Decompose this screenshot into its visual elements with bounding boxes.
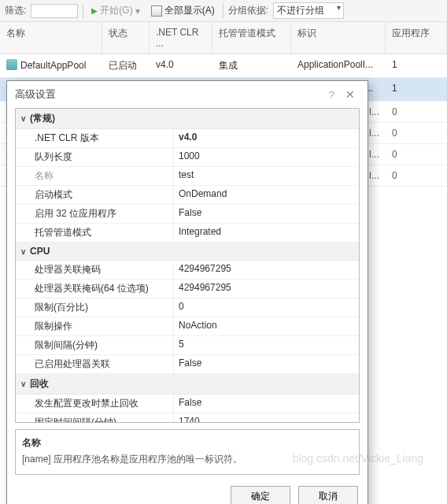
apppool-icon (6, 59, 17, 70)
group-dropdown[interactable]: 不进行分组 (273, 2, 344, 19)
property-row[interactable]: 固定时间间隔(分钟)1740 (16, 413, 359, 423)
property-row[interactable]: 已启用处理器关联False (16, 355, 359, 374)
collapse-icon[interactable]: ∨ (20, 380, 30, 388)
dialog-title: 高级设置 (15, 87, 56, 102)
property-grid[interactable]: ∨(常规).NET CLR 版本v4.0队列长度1000名称test启动模式On… (15, 108, 360, 423)
divider (223, 4, 224, 18)
divider (83, 4, 83, 18)
table-row[interactable]: DefaultAppPool已启动v4.0集成ApplicationPoolI.… (0, 54, 447, 78)
help-icon[interactable]: ? (323, 89, 341, 101)
property-row[interactable]: 限制操作NoAction (16, 317, 359, 336)
help-title: 名称 (22, 436, 353, 450)
cancel-button[interactable]: 取消 (298, 486, 358, 504)
toolbar: 筛选: ▶ 开始(G) ▾ 全部显示(A) 分组依据: 不进行分组 (0, 0, 447, 22)
category-header[interactable]: ∨(常规) (16, 109, 359, 129)
play-icon: ▶ (91, 6, 98, 15)
property-row[interactable]: 处理器关联掩码4294967295 (16, 261, 359, 280)
filter-input[interactable] (31, 4, 78, 18)
property-row[interactable]: 处理器关联掩码(64 位选项)4294967295 (16, 280, 359, 298)
col-id[interactable]: 标识 (291, 22, 386, 54)
show-all-label: 全部显示(A) (164, 4, 215, 17)
property-row[interactable]: .NET CLR 版本v4.0 (16, 129, 359, 148)
start-button[interactable]: ▶ 开始(G) ▾ (88, 4, 142, 17)
dialog-buttons: 确定 取消 (7, 475, 368, 504)
start-label: 开始(G) (100, 4, 132, 17)
show-all-button[interactable]: 全部显示(A) (148, 4, 218, 17)
property-row[interactable]: 名称test (16, 167, 359, 186)
collapse-icon[interactable]: ∨ (20, 247, 30, 256)
property-row[interactable]: 发生配置更改时禁止回收False (16, 395, 359, 413)
dialog-titlebar: 高级设置 ? ✕ (7, 81, 368, 108)
advanced-settings-dialog: 高级设置 ? ✕ ∨(常规).NET CLR 版本v4.0队列长度1000名称t… (6, 80, 368, 504)
property-row[interactable]: 启动模式OnDemand (16, 186, 359, 205)
col-status[interactable]: 状态 (102, 22, 150, 54)
ok-button[interactable]: 确定 (231, 486, 290, 504)
help-desc: [name] 应用程序池名称是应用程序池的唯一标识符。 (22, 453, 353, 466)
category-header[interactable]: ∨CPU (16, 243, 359, 261)
col-pipeline[interactable]: 托管管道模式 (212, 22, 291, 54)
property-row[interactable]: 队列长度1000 (16, 148, 359, 167)
showall-icon (151, 6, 162, 17)
close-icon[interactable]: ✕ (341, 88, 360, 101)
col-name[interactable]: 名称 (0, 22, 102, 54)
group-value: 不进行分组 (277, 5, 324, 16)
collapse-icon[interactable]: ∨ (20, 114, 30, 123)
property-row[interactable]: 限制(百分比)0 (16, 298, 359, 317)
property-row[interactable]: 启用 32 位应用程序False (16, 205, 359, 224)
filter-label: 筛选: (5, 4, 26, 17)
help-panel: 名称 [name] 应用程序池名称是应用程序池的唯一标识符。 (15, 429, 360, 475)
col-apps[interactable]: 应用程序 (386, 22, 447, 54)
chevron-down-icon: ▾ (135, 6, 140, 17)
col-clr[interactable]: .NET CLR ... (150, 22, 212, 54)
grid-header: 名称 状态 .NET CLR ... 托管管道模式 标识 应用程序 (0, 22, 447, 54)
property-row[interactable]: 限制间隔(分钟)5 (16, 336, 359, 355)
group-label: 分组依据: (228, 4, 268, 17)
property-row[interactable]: 托管管道模式Integrated (16, 224, 359, 243)
category-header[interactable]: ∨回收 (16, 374, 359, 395)
